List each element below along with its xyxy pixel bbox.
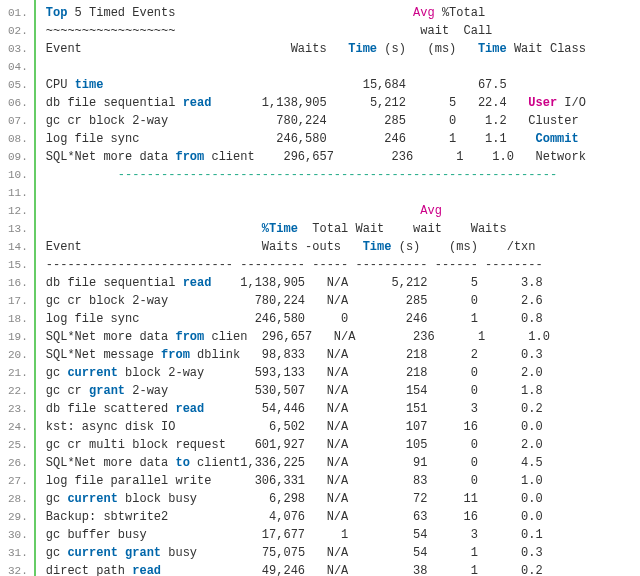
line-number: 15. <box>8 256 28 274</box>
code-line: gc cr multi block request 601,927 N/A 10… <box>46 436 640 454</box>
line-number: 19. <box>8 328 28 346</box>
code-line: -------------------------- --------- ---… <box>46 256 640 274</box>
code-line: Event Waits -outs Time (s) (ms) /txn <box>46 238 640 256</box>
line-number: 26. <box>8 454 28 472</box>
line-number: 29. <box>8 508 28 526</box>
line-number: 04. <box>8 58 28 76</box>
line-number: 02. <box>8 22 28 40</box>
line-number: 31. <box>8 544 28 562</box>
line-number: 14. <box>8 238 28 256</box>
code-line: SQL*Net more data from client 296,657 23… <box>46 148 640 166</box>
code-line: gc cr block 2-way 780,224 N/A 285 0 2.6 <box>46 292 640 310</box>
line-number: 24. <box>8 418 28 436</box>
line-number-gutter: 01.02.03.04.05.06.07.08.09.10.11.12.13.1… <box>0 0 36 576</box>
line-number: 12. <box>8 202 28 220</box>
code-line: log file parallel write 306,331 N/A 83 0… <box>46 472 640 490</box>
line-number: 30. <box>8 526 28 544</box>
code-line: gc current block 2-way 593,133 N/A 218 0… <box>46 364 640 382</box>
line-number: 11. <box>8 184 28 202</box>
line-number: 08. <box>8 130 28 148</box>
line-number: 06. <box>8 94 28 112</box>
code-line: Avg <box>46 202 640 220</box>
code-line: gc current block busy 6,298 N/A 72 11 0.… <box>46 490 640 508</box>
code-line: ~~~~~~~~~~~~~~~~~~ wait Call <box>46 22 640 40</box>
code-line: db file sequential read 1,138,905 5,212 … <box>46 94 640 112</box>
code-line: gc buffer busy 17,677 1 54 3 0.1 <box>46 526 640 544</box>
line-number: 18. <box>8 310 28 328</box>
code-line: db file scattered read 54,446 N/A 151 3 … <box>46 400 640 418</box>
line-number: 10. <box>8 166 28 184</box>
line-number: 07. <box>8 112 28 130</box>
code-line: log file sync 246,580 0 246 1 0.8 <box>46 310 640 328</box>
code-content: Top 5 Timed Events Avg %Total~~~~~~~~~~~… <box>36 0 640 576</box>
code-line: gc cr grant 2-way 530,507 N/A 154 0 1.8 <box>46 382 640 400</box>
code-line: SQL*Net more data from clien 296,657 N/A… <box>46 328 640 346</box>
line-number: 17. <box>8 292 28 310</box>
code-line: gc cr block 2-way 780,224 285 0 1.2 Clus… <box>46 112 640 130</box>
line-number: 27. <box>8 472 28 490</box>
line-number: 20. <box>8 346 28 364</box>
code-line: Top 5 Timed Events Avg %Total <box>46 4 640 22</box>
code-line: db file sequential read 1,138,905 N/A 5,… <box>46 274 640 292</box>
line-number: 13. <box>8 220 28 238</box>
line-number: 01. <box>8 4 28 22</box>
code-line: SQL*Net message from dblink 98,833 N/A 2… <box>46 346 640 364</box>
code-line: SQL*Net more data to client1,336,225 N/A… <box>46 454 640 472</box>
line-number: 22. <box>8 382 28 400</box>
code-line <box>46 58 640 76</box>
line-number: 03. <box>8 40 28 58</box>
code-listing: 01.02.03.04.05.06.07.08.09.10.11.12.13.1… <box>0 0 640 576</box>
code-line: direct path read 49,246 N/A 38 1 0.2 <box>46 562 640 576</box>
code-line: Event Waits Time (s) (ms) Time Wait Clas… <box>46 40 640 58</box>
line-number: 23. <box>8 400 28 418</box>
code-line: gc current grant busy 75,075 N/A 54 1 0.… <box>46 544 640 562</box>
line-number: 21. <box>8 364 28 382</box>
line-number: 28. <box>8 490 28 508</box>
line-number: 32. <box>8 562 28 576</box>
line-number: 25. <box>8 436 28 454</box>
line-number: 09. <box>8 148 28 166</box>
code-line: ----------------------------------------… <box>46 166 640 184</box>
code-line: CPU time 15,684 67.5 <box>46 76 640 94</box>
code-line: log file sync 246,580 246 1 1.1 Commit <box>46 130 640 148</box>
code-line: kst: async disk IO 6,502 N/A 107 16 0.0 <box>46 418 640 436</box>
code-line: %Time Total Wait wait Waits <box>46 220 640 238</box>
line-number: 05. <box>8 76 28 94</box>
line-number: 16. <box>8 274 28 292</box>
code-line: Backup: sbtwrite2 4,076 N/A 63 16 0.0 <box>46 508 640 526</box>
code-line <box>46 184 640 202</box>
